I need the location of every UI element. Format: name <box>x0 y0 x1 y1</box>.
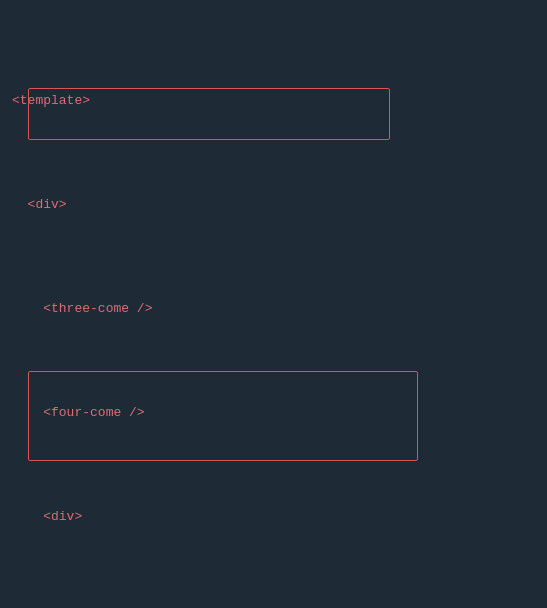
code-editor: <template> <div> <three-come /> <four-co… <box>0 0 547 608</box>
code-line-5: <div> <box>0 507 547 528</box>
code-line-3: <three-come /> <box>0 299 547 320</box>
code-line-1: <template> <box>0 91 547 112</box>
code-line-4: <four-come /> <box>0 403 547 424</box>
code-line-2: <div> <box>0 195 547 216</box>
